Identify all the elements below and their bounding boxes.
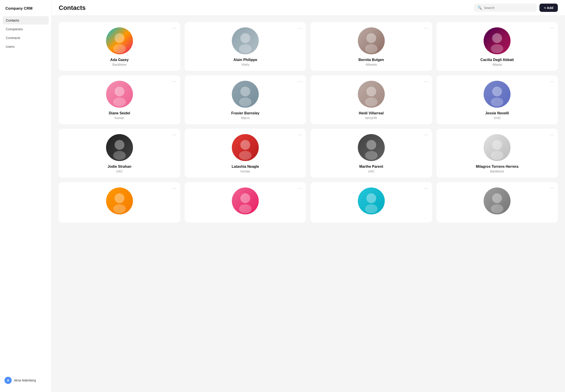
contact-company: UAC	[116, 169, 123, 173]
svg-point-15	[491, 98, 503, 107]
svg-point-27	[239, 204, 251, 213]
svg-point-2	[240, 33, 250, 43]
contact-card[interactable]: ···Alain PhilippeVintry	[185, 22, 306, 71]
contact-name: Diane Seidel	[109, 111, 130, 115]
contact-card[interactable]: ···Bernita BulgenAltvento	[311, 22, 432, 71]
sidebar-footer: A Alma Malmberg	[0, 373, 51, 388]
contact-name: Alain Philippe	[234, 58, 257, 62]
contact-company: OVD	[494, 116, 500, 120]
topbar-right: 🔍 + Add	[474, 4, 558, 12]
contact-card[interactable]: ···Frasier BarnsleyMacro	[185, 75, 306, 124]
contact-company: human	[115, 116, 124, 120]
contact-avatar	[232, 134, 259, 161]
contact-avatar	[484, 81, 510, 108]
card-menu-button[interactable]: ···	[172, 79, 177, 84]
contact-card[interactable]: ···Marthe ParentUAC	[311, 129, 432, 178]
svg-point-29	[365, 204, 378, 213]
contact-company: Altvento	[365, 63, 377, 66]
contact-company: Macro	[241, 116, 250, 120]
svg-point-16	[115, 140, 124, 150]
contact-name: Milagros Torrens Herrera	[476, 165, 518, 169]
contact-card[interactable]: ···	[185, 182, 306, 223]
contact-avatar	[484, 187, 510, 214]
contact-company: UAC	[368, 169, 375, 173]
svg-point-17	[113, 151, 126, 160]
contact-avatar	[106, 187, 133, 214]
contact-name: Marthe Parent	[359, 165, 383, 169]
svg-point-25	[113, 204, 126, 213]
svg-point-5	[365, 44, 378, 53]
add-button[interactable]: + Add	[539, 4, 558, 12]
card-menu-button[interactable]: ···	[424, 79, 428, 84]
contact-company: Backbone	[490, 169, 504, 173]
contact-avatar	[232, 27, 259, 54]
card-menu-button[interactable]: ···	[298, 132, 303, 137]
sidebar-username: Alma Malmberg	[14, 378, 36, 382]
contact-company: Atlasia	[492, 63, 502, 66]
contact-card[interactable]: ···Ada GazeyBackbone	[59, 22, 180, 71]
contact-card[interactable]: ···Cacilia Degli AbbatiAtlasia	[437, 22, 558, 71]
svg-point-13	[365, 98, 378, 107]
contact-card[interactable]: ···Diane Seidelhuman	[59, 75, 180, 124]
contact-name: Bernita Bulgen	[358, 58, 384, 62]
svg-point-7	[491, 44, 503, 53]
sidebar-nav: Contacts Companies Contracts Users	[0, 16, 51, 51]
card-menu-button[interactable]: ···	[550, 132, 554, 137]
contact-name: Cacilia Degli Abbati	[481, 58, 514, 62]
contact-avatar	[484, 134, 510, 161]
svg-point-1	[113, 44, 126, 53]
sidebar-item-companies[interactable]: Companies	[3, 25, 49, 33]
card-menu-button[interactable]: ···	[550, 186, 554, 190]
card-menu-button[interactable]: ···	[550, 26, 554, 30]
sidebar-item-contracts[interactable]: Contracts	[3, 34, 49, 42]
svg-point-28	[366, 193, 376, 203]
svg-point-23	[491, 151, 503, 160]
contact-avatar	[358, 81, 385, 108]
svg-point-6	[492, 33, 502, 43]
contact-card[interactable]: ···	[59, 182, 180, 223]
contact-company: berryHR	[365, 116, 377, 120]
svg-point-9	[113, 98, 126, 107]
svg-point-24	[115, 193, 124, 203]
card-menu-button[interactable]: ···	[298, 79, 303, 84]
card-menu-button[interactable]: ···	[424, 26, 428, 30]
contacts-grid-container: ···Ada GazeyBackbone···Alain PhilippeVin…	[52, 16, 565, 392]
card-menu-button[interactable]: ···	[424, 186, 428, 190]
svg-point-18	[240, 140, 250, 150]
svg-point-8	[115, 86, 124, 97]
contact-avatar	[358, 27, 385, 54]
contact-name: Heidi Villarreal	[359, 111, 384, 115]
svg-point-4	[366, 33, 376, 43]
contact-avatar	[232, 187, 259, 214]
search-box[interactable]: 🔍	[474, 4, 537, 12]
contact-company: Vintry	[241, 63, 249, 66]
contact-card[interactable]: ···Jessie NovelliOVD	[437, 75, 558, 124]
svg-point-30	[492, 193, 502, 203]
contact-card[interactable]: ···	[437, 182, 558, 223]
contact-card[interactable]: ···	[311, 182, 432, 223]
contact-name: Jodie Strahan	[108, 165, 131, 169]
avatar: A	[4, 377, 12, 384]
sidebar-item-users[interactable]: Users	[3, 42, 49, 51]
contact-card[interactable]: ···Jodie StrahanUAC	[59, 129, 180, 178]
card-menu-button[interactable]: ···	[550, 79, 554, 84]
card-menu-button[interactable]: ···	[172, 26, 177, 30]
card-menu-button[interactable]: ···	[172, 132, 177, 137]
contact-card[interactable]: ···Heidi VillarrealberryHR	[311, 75, 432, 124]
search-input[interactable]	[484, 6, 533, 10]
card-menu-button[interactable]: ···	[298, 26, 303, 30]
app-logo: Company CRM	[0, 4, 51, 16]
contact-name: Frasier Barnsley	[231, 111, 259, 115]
contact-avatar	[358, 187, 385, 214]
card-menu-button[interactable]: ···	[424, 132, 428, 137]
contact-card[interactable]: ···Latashia Neaglehuman	[185, 129, 306, 178]
card-menu-button[interactable]: ···	[298, 186, 303, 190]
contact-card[interactable]: ···Milagros Torrens HerreraBackbone	[437, 129, 558, 178]
contact-avatar	[358, 134, 385, 161]
contacts-grid: ···Ada GazeyBackbone···Alain PhilippeVin…	[59, 22, 558, 223]
contact-name: Ada Gazey	[110, 58, 129, 62]
sidebar-item-contacts[interactable]: Contacts	[3, 16, 49, 25]
main-content: Contacts 🔍 + Add ···Ada GazeyBackbone···…	[52, 0, 565, 392]
svg-point-31	[491, 204, 503, 213]
card-menu-button[interactable]: ···	[172, 186, 177, 190]
